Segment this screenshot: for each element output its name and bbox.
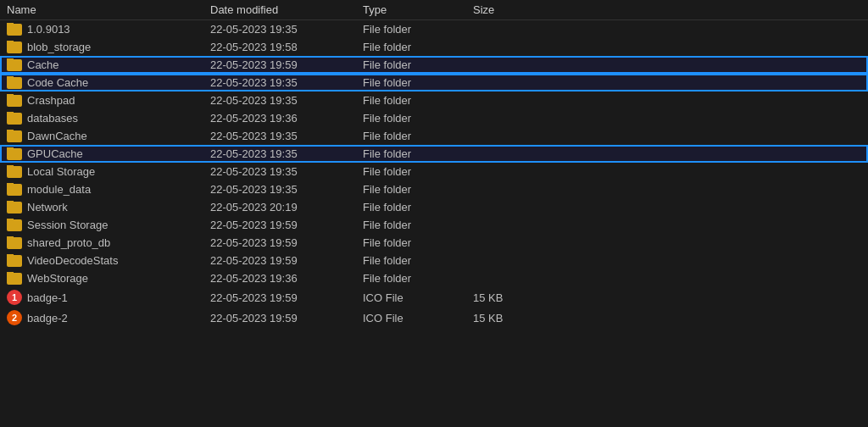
file-date-cell: 22-05-2023 19:36	[210, 112, 363, 125]
folder-icon	[7, 237, 22, 249]
folder-icon	[7, 113, 22, 125]
file-type-cell: File folder	[363, 76, 473, 89]
table-row[interactable]: WebStorage 22-05-2023 19:36 File folder	[0, 269, 868, 287]
table-row[interactable]: 2 badge-2 22-05-2023 19:59 ICO File 15 K…	[0, 308, 868, 328]
file-name-text: VideoDecodeStats	[27, 254, 118, 267]
table-row[interactable]: VideoDecodeStats 22-05-2023 19:59 File f…	[0, 252, 868, 269]
folder-icon	[7, 166, 22, 178]
file-type-cell: File folder	[363, 236, 473, 249]
file-name-cell: blob_storage	[7, 41, 210, 53]
file-type-cell: File folder	[363, 41, 473, 53]
col-header-name: Name	[7, 3, 210, 16]
file-name-text: badge-1	[27, 291, 68, 304]
file-type-cell: File folder	[363, 23, 473, 36]
folder-icon	[7, 255, 22, 267]
table-row[interactable]: blob_storage 22-05-2023 19:58 File folde…	[0, 38, 868, 56]
folder-icon	[7, 59, 22, 71]
file-name-text: GPUCache	[27, 147, 83, 160]
table-row[interactable]: shared_proto_db 22-05-2023 19:59 File fo…	[0, 234, 868, 252]
table-row[interactable]: Network 22-05-2023 20:19 File folder	[0, 198, 868, 216]
file-name-text: module_data	[27, 183, 91, 196]
file-name-text: shared_proto_db	[27, 236, 110, 249]
file-name-cell: Cache	[7, 58, 210, 71]
folder-icon	[7, 148, 22, 160]
file-name-cell: WebStorage	[7, 272, 210, 285]
file-date-cell: 22-05-2023 19:35	[210, 23, 363, 36]
table-row[interactable]: 1.0.9013 22-05-2023 19:35 File folder	[0, 20, 868, 38]
table-row[interactable]: GPUCache 22-05-2023 19:35 File folder	[0, 145, 868, 163]
col-size-label: Size	[473, 3, 494, 16]
folder-icon	[7, 184, 22, 196]
file-name-cell: shared_proto_db	[7, 236, 210, 249]
file-type-cell: File folder	[363, 165, 473, 178]
file-date-cell: 22-05-2023 19:36	[210, 272, 363, 285]
table-row[interactable]: Local Storage 22-05-2023 19:35 File fold…	[0, 163, 868, 180]
file-size-cell: 15 KB	[473, 312, 558, 324]
folder-icon	[7, 273, 22, 285]
file-type-cell: ICO File	[363, 291, 473, 304]
table-body[interactable]: 1.0.9013 22-05-2023 19:35 File folder bl…	[0, 20, 868, 427]
file-name-text: blob_storage	[27, 41, 91, 53]
col-type-label: Type	[363, 3, 387, 16]
file-name-text: WebStorage	[27, 272, 88, 285]
file-date-cell: 22-05-2023 19:35	[210, 76, 363, 89]
file-date-cell: 22-05-2023 19:35	[210, 147, 363, 160]
file-name-text: badge-2	[27, 312, 68, 324]
col-header-type: Type	[363, 3, 473, 16]
file-name-cell: 1.0.9013	[7, 23, 210, 36]
table-header: Name Date modified Type Size	[0, 0, 868, 20]
file-type-cell: File folder	[363, 94, 473, 107]
file-name-text: Local Storage	[27, 165, 95, 178]
file-name-cell: GPUCache	[7, 147, 210, 160]
file-type-cell: ICO File	[363, 312, 473, 324]
file-name-cell: VideoDecodeStats	[7, 254, 210, 267]
file-date-cell: 22-05-2023 19:35	[210, 130, 363, 142]
col-date-label: Date modified	[210, 3, 278, 16]
folder-icon	[7, 130, 22, 142]
table-row[interactable]: Session Storage 22-05-2023 19:59 File fo…	[0, 216, 868, 234]
table-row[interactable]: Code Cache 22-05-2023 19:35 File folder	[0, 74, 868, 92]
folder-icon	[7, 24, 22, 36]
file-type-cell: File folder	[363, 183, 473, 196]
file-name-text: Network	[27, 201, 68, 214]
table-row[interactable]: Crashpad 22-05-2023 19:35 File folder	[0, 92, 868, 109]
file-name-cell: Network	[7, 201, 210, 214]
file-name-text: Crashpad	[27, 94, 75, 107]
file-date-cell: 22-05-2023 19:59	[210, 236, 363, 249]
file-name-cell: module_data	[7, 183, 210, 196]
file-explorer: Name Date modified Type Size 1.0.9013 22…	[0, 0, 868, 427]
file-name-cell: DawnCache	[7, 130, 210, 142]
file-type-cell: File folder	[363, 112, 473, 125]
ico-orange-icon: 2	[7, 310, 22, 325]
file-date-cell: 22-05-2023 19:59	[210, 58, 363, 71]
file-type-cell: File folder	[363, 201, 473, 214]
file-type-cell: File folder	[363, 147, 473, 160]
file-name-cell: 1 badge-1	[7, 290, 210, 305]
file-date-cell: 22-05-2023 19:35	[210, 183, 363, 196]
table-row[interactable]: databases 22-05-2023 19:36 File folder	[0, 109, 868, 127]
col-name-label: Name	[7, 3, 36, 16]
file-name-cell: Session Storage	[7, 219, 210, 231]
file-name-cell: databases	[7, 112, 210, 125]
file-type-cell: File folder	[363, 130, 473, 142]
folder-icon	[7, 202, 22, 214]
file-name-text: Cache	[27, 58, 59, 71]
table-row[interactable]: 1 badge-1 22-05-2023 19:59 ICO File 15 K…	[0, 287, 868, 308]
file-type-cell: File folder	[363, 254, 473, 267]
ico-red-icon: 1	[7, 290, 22, 305]
file-date-cell: 22-05-2023 19:59	[210, 312, 363, 324]
table-row[interactable]: module_data 22-05-2023 19:35 File folder	[0, 180, 868, 198]
file-size-cell: 15 KB	[473, 291, 558, 304]
file-date-cell: 22-05-2023 19:35	[210, 94, 363, 107]
file-name-cell: Crashpad	[7, 94, 210, 107]
file-date-cell: 22-05-2023 19:59	[210, 291, 363, 304]
col-header-size: Size	[473, 3, 558, 16]
table-row[interactable]: Cache 22-05-2023 19:59 File folder	[0, 56, 868, 74]
table-row[interactable]: DawnCache 22-05-2023 19:35 File folder	[0, 127, 868, 145]
file-name-text: Session Storage	[27, 219, 108, 231]
folder-icon	[7, 77, 22, 89]
file-name-text: DawnCache	[27, 130, 87, 142]
file-name-text: databases	[27, 112, 78, 125]
file-date-cell: 22-05-2023 19:59	[210, 254, 363, 267]
folder-icon	[7, 95, 22, 107]
